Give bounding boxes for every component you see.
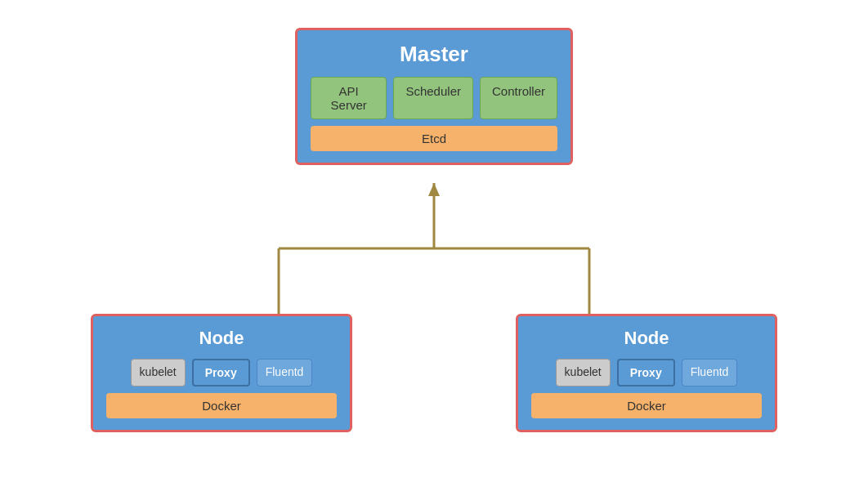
node-right-docker: Docker bbox=[531, 393, 762, 418]
node-right-box: Node kubelet Proxy Fluentd Docker bbox=[516, 314, 777, 432]
etcd-bar: Etcd bbox=[311, 126, 557, 151]
diagram: Master API Server Scheduler Controller E… bbox=[66, 20, 802, 477]
node-right: Node kubelet Proxy Fluentd Docker bbox=[516, 314, 777, 432]
controller-component: Controller bbox=[480, 77, 557, 119]
node-left-title: Node bbox=[106, 328, 337, 349]
master-inner: API Server Scheduler Controller Etcd bbox=[311, 77, 557, 151]
svg-marker-1 bbox=[428, 183, 440, 196]
node-right-fluentd: Fluentd bbox=[682, 359, 738, 387]
node-left-proxy: Proxy bbox=[192, 359, 250, 387]
node-right-title: Node bbox=[531, 328, 762, 349]
api-server-component: API Server bbox=[311, 77, 387, 119]
node-right-kubelet: kubelet bbox=[556, 359, 611, 387]
scheduler-component: Scheduler bbox=[393, 77, 473, 119]
node-left-box: Node kubelet Proxy Fluentd Docker bbox=[91, 314, 352, 432]
master-components: API Server Scheduler Controller bbox=[311, 77, 557, 119]
node-left-components: kubelet Proxy Fluentd bbox=[106, 359, 337, 387]
node-right-components: kubelet Proxy Fluentd bbox=[531, 359, 762, 387]
node-right-proxy: Proxy bbox=[617, 359, 675, 387]
node-left: Node kubelet Proxy Fluentd Docker bbox=[91, 314, 352, 432]
node-left-kubelet: kubelet bbox=[131, 359, 186, 387]
node-left-fluentd: Fluentd bbox=[257, 359, 313, 387]
arrows-svg bbox=[189, 183, 679, 314]
node-left-docker: Docker bbox=[106, 393, 337, 418]
master-title: Master bbox=[311, 42, 557, 67]
master-box: Master API Server Scheduler Controller E… bbox=[295, 28, 573, 165]
